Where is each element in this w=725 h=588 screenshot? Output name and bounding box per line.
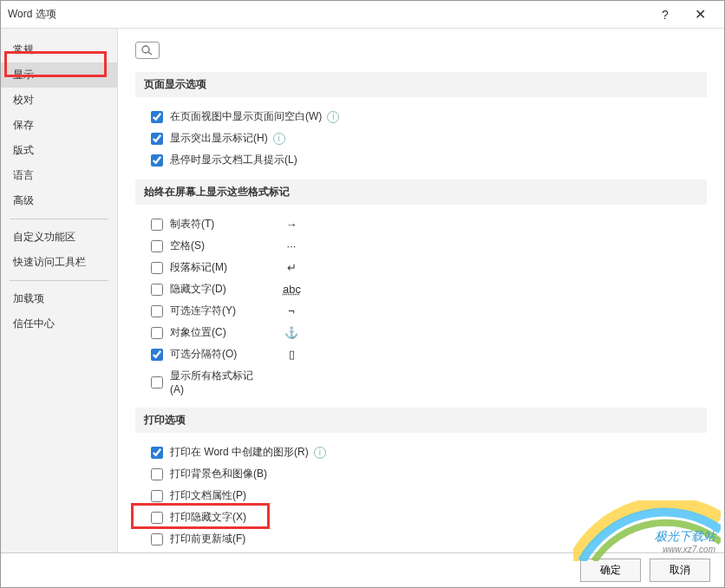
- opt-label: 可选连字符(Y): [170, 304, 257, 318]
- opt-print-background[interactable]: 打印背景色和图像(B): [135, 463, 707, 485]
- opt-object-anchors[interactable]: 对象位置(C) ⚓: [135, 322, 707, 343]
- help-button[interactable]: ?: [648, 2, 683, 28]
- titlebar: Word 选项 ? ✕: [1, 1, 724, 29]
- symbol-hidden-icon: abc: [283, 283, 300, 296]
- svg-point-0: [142, 46, 149, 53]
- checkbox[interactable]: [151, 327, 163, 339]
- sidebar-item-customize-ribbon[interactable]: 自定义功能区: [1, 225, 117, 250]
- info-icon[interactable]: i: [273, 133, 285, 145]
- sidebar-item-display[interactable]: 显示: [1, 62, 117, 88]
- checkbox[interactable]: [151, 305, 163, 317]
- opt-update-fields-before-print[interactable]: 打印前更新域(F): [135, 528, 707, 550]
- opt-show-whitespace[interactable]: 在页面视图中显示页面间空白(W) i: [135, 106, 707, 127]
- checkbox[interactable]: [151, 219, 163, 231]
- opt-spaces[interactable]: 空格(S) ···: [135, 235, 707, 257]
- opt-optional-breaks[interactable]: 可选分隔符(O) ▯: [135, 343, 707, 365]
- opt-label: 可选分隔符(O): [170, 347, 257, 362]
- sidebar-divider: [10, 280, 108, 281]
- opt-label: 对象位置(C): [170, 325, 257, 340]
- sidebar-item-save[interactable]: 保存: [1, 113, 117, 138]
- checkbox[interactable]: [151, 512, 163, 524]
- opt-label: 悬停时显示文档工具提示(L): [170, 153, 297, 167]
- symbol-break-icon: ▯: [283, 348, 300, 361]
- checkbox[interactable]: [151, 349, 163, 361]
- magnifier-icon: [135, 42, 160, 59]
- opt-label: 空格(S): [170, 238, 257, 253]
- sidebar-item-trust-center[interactable]: 信任中心: [1, 311, 117, 336]
- checkbox[interactable]: [151, 262, 163, 274]
- ok-button[interactable]: 确定: [580, 559, 641, 582]
- options-window: Word 选项 ? ✕ 常规 显示 校对 保存 版式 语言 高级 自定义功能区 …: [0, 0, 725, 588]
- opt-label: 在页面视图中显示页面间空白(W): [170, 109, 322, 124]
- sidebar-item-quick-access[interactable]: 快速访问工具栏: [1, 250, 117, 275]
- checkbox[interactable]: [151, 154, 163, 167]
- checkbox[interactable]: [151, 133, 163, 145]
- section-header-page-display: 页面显示选项: [135, 72, 707, 97]
- checkbox[interactable]: [151, 447, 163, 459]
- opt-update-linked-data-before-print[interactable]: 打印前更新链接数据(K): [135, 550, 707, 552]
- footer: 确定 取消: [1, 552, 724, 587]
- sidebar-item-general[interactable]: 常规: [1, 37, 117, 62]
- opt-label: 隐藏文字(D): [170, 282, 257, 297]
- close-button[interactable]: ✕: [683, 2, 717, 28]
- symbol-hyphen-icon: ¬: [283, 304, 300, 317]
- checkbox[interactable]: [151, 284, 163, 296]
- symbol-anchor-icon: ⚓: [283, 326, 300, 339]
- opt-label: 打印背景色和图像(B): [170, 467, 267, 481]
- opt-show-tooltips[interactable]: 悬停时显示文档工具提示(L): [135, 149, 707, 171]
- sidebar-item-layout[interactable]: 版式: [1, 138, 117, 163]
- symbol-tab-icon: →: [283, 218, 300, 231]
- opt-label: 打印前更新域(F): [170, 532, 245, 546]
- cancel-button[interactable]: 取消: [650, 559, 710, 582]
- info-icon[interactable]: i: [314, 447, 326, 459]
- opt-label: 显示所有格式标记(A): [170, 369, 257, 395]
- symbol-paragraph-icon: ↵: [283, 261, 300, 274]
- opt-label: 打印文档属性(P): [170, 488, 246, 503]
- sidebar-divider: [10, 219, 108, 219]
- opt-label: 打印在 Word 中创建的图形(R): [170, 445, 309, 460]
- opt-show-all-marks[interactable]: 显示所有格式标记(A): [135, 365, 707, 399]
- section-header-print: 打印选项: [135, 408, 707, 433]
- content-panel: 页面显示选项 在页面视图中显示页面间空白(W) i 显示突出显示标记(H) i …: [118, 29, 724, 552]
- checkbox[interactable]: [151, 376, 163, 389]
- section-header-formatting-marks: 始终在屏幕上显示这些格式标记: [135, 180, 707, 205]
- opt-show-highlight[interactable]: 显示突出显示标记(H) i: [135, 127, 707, 149]
- sidebar-item-addins[interactable]: 加载项: [1, 286, 117, 311]
- window-title: Word 选项: [8, 7, 648, 22]
- opt-print-doc-props[interactable]: 打印文档属性(P): [135, 485, 707, 506]
- sidebar-item-proofing[interactable]: 校对: [1, 88, 117, 113]
- symbol-space-icon: ···: [283, 239, 300, 252]
- opt-optional-hyphen[interactable]: 可选连字符(Y) ¬: [135, 300, 707, 322]
- opt-print-hidden-text[interactable]: 打印隐藏文字(X): [135, 506, 707, 528]
- opt-paragraph-marks[interactable]: 段落标记(M) ↵: [135, 257, 707, 278]
- checkbox[interactable]: [151, 533, 163, 546]
- content-header-cutoff: [135, 37, 707, 63]
- checkbox[interactable]: [151, 490, 163, 502]
- sidebar-item-advanced[interactable]: 高级: [1, 188, 117, 213]
- opt-tab-chars[interactable]: 制表符(T) →: [135, 213, 707, 235]
- svg-line-1: [148, 52, 152, 55]
- opt-print-drawings[interactable]: 打印在 Word 中创建的图形(R) i: [135, 441, 707, 463]
- opt-hidden-text[interactable]: 隐藏文字(D) abc: [135, 278, 707, 300]
- checkbox[interactable]: [151, 111, 163, 123]
- checkbox[interactable]: [151, 240, 163, 252]
- sidebar: 常规 显示 校对 保存 版式 语言 高级 自定义功能区 快速访问工具栏 加载项 …: [1, 29, 118, 552]
- body: 常规 显示 校对 保存 版式 语言 高级 自定义功能区 快速访问工具栏 加载项 …: [1, 29, 724, 552]
- opt-label: 显示突出显示标记(H): [170, 131, 268, 146]
- opt-label: 打印隐藏文字(X): [170, 510, 246, 525]
- opt-label: 段落标记(M): [170, 260, 257, 275]
- info-icon[interactable]: i: [327, 111, 339, 123]
- opt-label: 制表符(T): [170, 217, 257, 232]
- checkbox[interactable]: [151, 468, 163, 480]
- sidebar-item-language[interactable]: 语言: [1, 163, 117, 188]
